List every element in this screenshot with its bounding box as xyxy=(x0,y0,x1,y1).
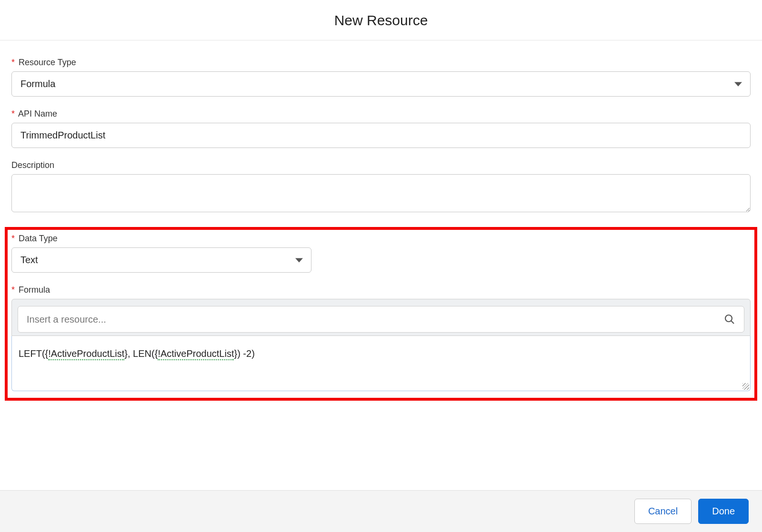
chevron-down-icon xyxy=(734,82,742,86)
description-input[interactable] xyxy=(11,174,751,212)
cancel-button[interactable]: Cancel xyxy=(634,499,692,524)
svg-point-0 xyxy=(725,315,732,322)
required-asterisk: * xyxy=(11,58,15,67)
data-type-value[interactable]: Text xyxy=(11,247,311,273)
resource-type-value[interactable]: Formula xyxy=(11,71,751,97)
formula-label: * Formula xyxy=(11,285,751,295)
resource-type-select[interactable]: Formula xyxy=(11,71,751,97)
data-type-label: * Data Type xyxy=(11,234,751,244)
resource-search-input[interactable] xyxy=(27,314,724,325)
formula-field: * Formula LEFT({!ActiveProductList}, LEN… xyxy=(11,285,751,391)
formula-toolbar xyxy=(11,299,751,336)
resource-search[interactable] xyxy=(18,306,744,333)
formula-variable-token: !ActiveProductList xyxy=(158,348,234,360)
formula-editor[interactable]: LEFT({!ActiveProductList}, LEN({!ActiveP… xyxy=(11,336,751,391)
description-label: Description xyxy=(11,160,751,170)
modal-title: New Resource xyxy=(0,0,762,40)
data-type-select[interactable]: Text xyxy=(11,247,311,273)
resource-type-label: * Resource Type xyxy=(11,58,751,68)
description-field: Description xyxy=(11,160,751,215)
api-name-field: * API Name xyxy=(11,109,751,148)
required-asterisk: * xyxy=(11,234,15,243)
svg-line-1 xyxy=(732,321,734,324)
done-button[interactable]: Done xyxy=(698,499,749,524)
search-icon xyxy=(724,314,735,325)
chevron-down-icon xyxy=(295,258,303,262)
required-asterisk: * xyxy=(11,109,15,118)
api-name-input[interactable] xyxy=(11,123,751,148)
data-type-field: * Data Type Text xyxy=(11,234,751,273)
modal-footer: Cancel Done xyxy=(0,490,762,532)
highlighted-region: * Data Type Text * Formula xyxy=(5,227,757,401)
required-asterisk: * xyxy=(11,285,15,295)
resource-type-field: * Resource Type Formula xyxy=(11,58,751,97)
api-name-label: * API Name xyxy=(11,109,751,119)
form-body: * Resource Type Formula * API Name Descr… xyxy=(0,40,762,401)
resize-handle-icon[interactable] xyxy=(742,383,749,390)
formula-variable-token: !ActiveProductList xyxy=(48,348,124,360)
